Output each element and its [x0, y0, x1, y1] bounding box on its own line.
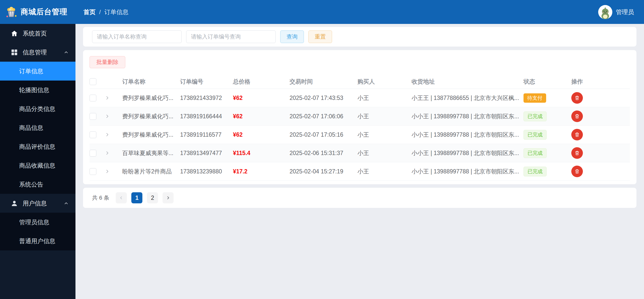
- order-buyer: 小王: [357, 168, 412, 175]
- sidebar-item-category[interactable]: 商品分类信息: [0, 99, 75, 118]
- sidebar-item-announcements[interactable]: 系统公告: [0, 175, 75, 194]
- expand-row-icon[interactable]: [105, 114, 110, 119]
- delete-button[interactable]: [571, 129, 583, 140]
- trash-icon: [574, 113, 580, 119]
- next-page-button[interactable]: [163, 192, 174, 203]
- reset-button[interactable]: 重置: [308, 30, 332, 43]
- sidebar-item-regular-users[interactable]: 普通用户信息: [0, 232, 75, 250]
- breadcrumb-home[interactable]: 首页: [84, 8, 96, 16]
- order-price: ¥62: [233, 131, 243, 138]
- order-time: 2025-02-07 17:06:06: [290, 113, 357, 120]
- status-badge: 待支付: [524, 93, 546, 103]
- order-buyer: 小王: [357, 94, 412, 102]
- row-checkbox[interactable]: [90, 113, 96, 120]
- order-number: 1738913239880: [180, 168, 233, 175]
- sidebar-item-orders[interactable]: 订单信息: [0, 62, 75, 81]
- sidebar-item-products[interactable]: 商品信息: [0, 118, 75, 137]
- trash-icon: [574, 132, 580, 138]
- order-address: 小小王 | 13988997788 | 北京市朝阳区东...: [412, 168, 524, 175]
- page-button-2[interactable]: 2: [147, 192, 158, 203]
- delete-button[interactable]: [571, 92, 583, 104]
- order-time: 2025-02-04 15:27:19: [290, 168, 357, 175]
- status-badge: 已完成: [524, 130, 547, 140]
- sidebar-item-favorites[interactable]: 商品收藏信息: [0, 156, 75, 175]
- order-name-search-input[interactable]: [92, 30, 182, 43]
- column-header-order-name: 订单名称: [122, 78, 180, 86]
- delete-button[interactable]: [571, 110, 583, 122]
- trash-icon: [574, 168, 580, 174]
- order-name: 费列罗榛果威化巧...: [122, 131, 180, 139]
- expand-row-icon[interactable]: [105, 169, 110, 174]
- top-header: 商城后台管理 首页 / 订单信息 管理员: [0, 0, 644, 24]
- order-price: ¥62: [233, 95, 243, 101]
- order-number: 1738921433972: [180, 95, 233, 101]
- sidebar-group-users[interactable]: 用户信息: [0, 194, 75, 213]
- table-row: 百草味夏威夷果等... 1738913497477 ¥115.4 2025-02…: [90, 144, 630, 162]
- brand: 商城后台管理: [0, 6, 75, 18]
- column-header-address: 收货地址: [412, 78, 524, 86]
- dinosaur-avatar-image: [598, 5, 612, 19]
- chevron-up-icon: [63, 50, 69, 55]
- column-header-price: 总价格: [233, 78, 290, 86]
- table-row: 盼盼薯片等2件商品 1738913239880 ¥17.2 2025-02-04…: [90, 162, 630, 181]
- table-header-row: 订单名称 订单编号 总价格 交易时间 购买人 收货地址 状态 操作: [90, 75, 630, 89]
- sidebar-item-admins[interactable]: 管理员信息: [0, 213, 75, 232]
- order-address: 小小王 | 13988997788 | 北京市朝阳区东...: [412, 149, 524, 157]
- delete-button[interactable]: [571, 147, 583, 159]
- order-name: 盼盼薯片等2件商品: [122, 168, 180, 175]
- sidebar-item-reviews[interactable]: 商品评价信息: [0, 137, 75, 156]
- table-row: 费列罗榛果威化巧... 1738919166444 ¥62 2025-02-07…: [90, 107, 630, 126]
- breadcrumb-separator: /: [99, 9, 101, 16]
- prev-page-button[interactable]: [116, 192, 127, 203]
- chevron-left-icon: [119, 196, 124, 200]
- page-button-1[interactable]: 1: [131, 192, 142, 203]
- popcorn-logo-icon: [6, 6, 17, 18]
- batch-delete-button[interactable]: 批量删除: [90, 56, 125, 68]
- main-content: 查询 重置 批量删除 订单名称 订单编号 总价格 交易时间 购买人 收货地址 状…: [75, 24, 644, 299]
- select-all-checkbox[interactable]: [90, 78, 96, 85]
- expand-row-icon[interactable]: [105, 132, 110, 137]
- user-avatar[interactable]: [598, 5, 612, 19]
- sidebar-group-label: 用户信息: [23, 199, 63, 207]
- total-count-label: 共 6 条: [92, 194, 109, 202]
- trash-icon: [574, 150, 580, 156]
- admin-name: 管理员: [616, 8, 634, 16]
- order-price: ¥115.4: [233, 150, 250, 157]
- trash-icon: [574, 95, 580, 101]
- sidebar-item-carousel[interactable]: 轮播图信息: [0, 81, 75, 99]
- expand-row-icon[interactable]: [105, 95, 110, 100]
- order-buyer: 小王: [357, 113, 412, 120]
- table-row: 费列罗榛果威化巧... 1738919116577 ¥62 2025-02-07…: [90, 126, 630, 144]
- order-name: 百草味夏威夷果等...: [122, 149, 180, 157]
- pagination-panel: 共 6 条 1 2: [83, 188, 636, 208]
- sidebar-group-label: 信息管理: [23, 48, 63, 56]
- search-panel: 查询 重置: [83, 27, 636, 47]
- submenu-users: 管理员信息 普通用户信息: [0, 213, 75, 250]
- order-no-search-input[interactable]: [186, 30, 276, 43]
- row-checkbox[interactable]: [90, 131, 96, 138]
- order-number: 1738919116577: [180, 131, 233, 138]
- column-header-time: 交易时间: [290, 78, 357, 86]
- expand-row-icon[interactable]: [105, 151, 110, 156]
- sidebar-group-info[interactable]: 信息管理: [0, 43, 75, 62]
- order-number: 1738919166444: [180, 113, 233, 120]
- breadcrumb-current: 订单信息: [104, 8, 129, 16]
- sidebar-item-label: 系统首页: [23, 29, 69, 38]
- row-checkbox[interactable]: [90, 150, 96, 157]
- delete-button[interactable]: [571, 166, 583, 177]
- row-checkbox[interactable]: [90, 95, 96, 101]
- order-address: 小王王 | 13877886655 | 北京市大兴区枫...: [412, 94, 524, 102]
- query-button[interactable]: 查询: [280, 30, 304, 43]
- order-address: 小小王 | 13988997788 | 北京市朝阳区东...: [412, 131, 524, 139]
- order-time: 2025-02-07 17:43:53: [290, 95, 357, 101]
- column-header-actions: 操作: [571, 78, 628, 86]
- order-price: ¥62: [233, 113, 243, 120]
- column-header-status: 状态: [524, 78, 571, 86]
- sidebar: 系统首页 信息管理 订单信息 轮播图信息 商品分类信息 商品信息 商品评价信息 …: [0, 24, 75, 299]
- table-row: 费列罗榛果威化巧... 1738921433972 ¥62 2025-02-07…: [90, 89, 630, 107]
- chevron-right-icon: [166, 196, 170, 200]
- row-checkbox[interactable]: [90, 168, 96, 175]
- column-header-order-no: 订单编号: [180, 78, 233, 86]
- column-header-buyer: 购买人: [357, 78, 412, 86]
- sidebar-item-home[interactable]: 系统首页: [0, 24, 75, 43]
